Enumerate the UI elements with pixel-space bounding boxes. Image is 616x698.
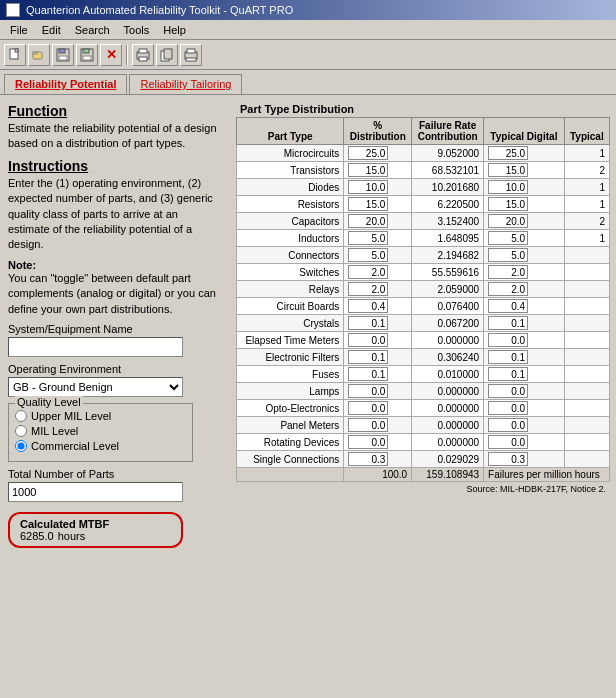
menu-search[interactable]: Search [69, 23, 116, 37]
cell-typical-digital[interactable] [484, 264, 565, 281]
quality-commercial-radio[interactable] [15, 440, 27, 452]
typical-digital-input[interactable] [488, 316, 528, 330]
cell-typical-digital[interactable] [484, 196, 565, 213]
cell-typical-digital[interactable] [484, 230, 565, 247]
distribution-input[interactable] [348, 163, 388, 177]
cell-typical-digital[interactable] [484, 417, 565, 434]
typical-digital-input[interactable] [488, 367, 528, 381]
typical-digital-input[interactable] [488, 282, 528, 296]
cell-typical-digital[interactable] [484, 315, 565, 332]
parts-count-input[interactable] [8, 482, 183, 502]
system-name-label: System/Equipment Name [8, 323, 222, 335]
system-name-input[interactable] [8, 337, 183, 357]
menu-edit[interactable]: Edit [36, 23, 67, 37]
cell-distribution[interactable] [344, 417, 412, 434]
toolbar-save[interactable] [52, 44, 74, 66]
typical-digital-input[interactable] [488, 214, 528, 228]
toolbar-print2[interactable] [180, 44, 202, 66]
cell-distribution[interactable] [344, 145, 412, 162]
cell-distribution[interactable] [344, 281, 412, 298]
distribution-input[interactable] [348, 333, 388, 347]
typical-digital-input[interactable] [488, 452, 528, 466]
cell-distribution[interactable] [344, 196, 412, 213]
cell-distribution[interactable] [344, 247, 412, 264]
typical-digital-input[interactable] [488, 435, 528, 449]
menu-tools[interactable]: Tools [118, 23, 156, 37]
distribution-input[interactable] [348, 231, 388, 245]
distribution-input[interactable] [348, 418, 388, 432]
tab-reliability-potential[interactable]: Reliability Potential [4, 74, 127, 94]
distribution-input[interactable] [348, 146, 388, 160]
typical-digital-input[interactable] [488, 401, 528, 415]
typical-digital-input[interactable] [488, 180, 528, 194]
typical-digital-input[interactable] [488, 146, 528, 160]
quality-mil-radio[interactable] [15, 425, 27, 437]
cell-typical-digital[interactable] [484, 213, 565, 230]
cell-typical-digital[interactable] [484, 434, 565, 451]
typical-digital-input[interactable] [488, 350, 528, 364]
distribution-input[interactable] [348, 248, 388, 262]
distribution-input[interactable] [348, 401, 388, 415]
toolbar-open[interactable] [28, 44, 50, 66]
distribution-input[interactable] [348, 299, 388, 313]
typical-digital-input[interactable] [488, 333, 528, 347]
typical-digital-input[interactable] [488, 231, 528, 245]
cell-typical-digital[interactable] [484, 247, 565, 264]
cell-typical-digital[interactable] [484, 281, 565, 298]
distribution-input[interactable] [348, 265, 388, 279]
cell-distribution[interactable] [344, 434, 412, 451]
toolbar-close[interactable]: ✕ [100, 44, 122, 66]
toolbar-saveas[interactable] [76, 44, 98, 66]
typical-digital-input[interactable] [488, 384, 528, 398]
distribution-input[interactable] [348, 282, 388, 296]
tab-reliability-tailoring[interactable]: Reliability Tailoring [129, 74, 242, 94]
distribution-input[interactable] [348, 350, 388, 364]
cell-typical-digital[interactable] [484, 366, 565, 383]
table-row: Switches55.559616 [237, 264, 610, 281]
cell-distribution[interactable] [344, 213, 412, 230]
cell-distribution[interactable] [344, 400, 412, 417]
typical-digital-input[interactable] [488, 248, 528, 262]
typical-digital-input[interactable] [488, 163, 528, 177]
cell-typical-digital[interactable] [484, 451, 565, 468]
toolbar-new[interactable] [4, 44, 26, 66]
typical-digital-input[interactable] [488, 197, 528, 211]
cell-typical-digital[interactable] [484, 145, 565, 162]
table-scroll[interactable]: Part Type %Distribution Failure RateCont… [236, 117, 610, 482]
toolbar-copy[interactable] [156, 44, 178, 66]
cell-typical-digital[interactable] [484, 383, 565, 400]
cell-typical-digital[interactable] [484, 349, 565, 366]
cell-distribution[interactable] [344, 162, 412, 179]
distribution-input[interactable] [348, 316, 388, 330]
distribution-input[interactable] [348, 435, 388, 449]
cell-typical-digital[interactable] [484, 332, 565, 349]
quality-upper-mil-radio[interactable] [15, 410, 27, 422]
distribution-input[interactable] [348, 180, 388, 194]
cell-distribution[interactable] [344, 451, 412, 468]
cell-distribution[interactable] [344, 179, 412, 196]
toolbar-print1[interactable] [132, 44, 154, 66]
cell-distribution[interactable] [344, 315, 412, 332]
typical-digital-input[interactable] [488, 299, 528, 313]
distribution-input[interactable] [348, 452, 388, 466]
distribution-input[interactable] [348, 367, 388, 381]
distribution-input[interactable] [348, 214, 388, 228]
menu-help[interactable]: Help [157, 23, 192, 37]
typical-digital-input[interactable] [488, 418, 528, 432]
cell-typical-digital[interactable] [484, 298, 565, 315]
menu-file[interactable]: File [4, 23, 34, 37]
distribution-input[interactable] [348, 197, 388, 211]
cell-typical-digital[interactable] [484, 179, 565, 196]
distribution-input[interactable] [348, 384, 388, 398]
cell-distribution[interactable] [344, 298, 412, 315]
cell-distribution[interactable] [344, 349, 412, 366]
cell-distribution[interactable] [344, 383, 412, 400]
cell-typical-digital[interactable] [484, 162, 565, 179]
cell-distribution[interactable] [344, 264, 412, 281]
cell-typical-digital[interactable] [484, 400, 565, 417]
cell-distribution[interactable] [344, 366, 412, 383]
typical-digital-input[interactable] [488, 265, 528, 279]
cell-distribution[interactable] [344, 332, 412, 349]
cell-distribution[interactable] [344, 230, 412, 247]
environment-select[interactable]: GB - Ground Benign [8, 377, 183, 397]
